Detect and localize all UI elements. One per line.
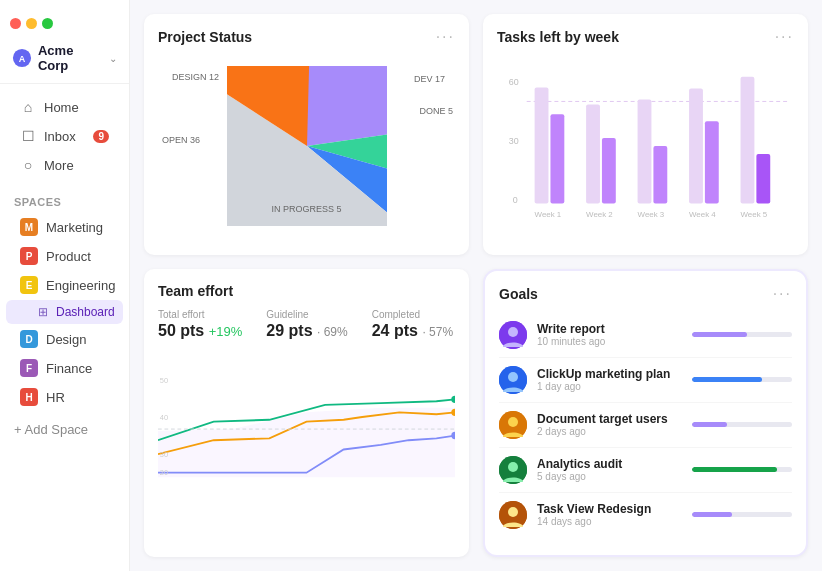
bar — [756, 154, 770, 204]
project-status-card: Project Status ··· DEV 17 DONE 5 — [144, 14, 469, 255]
tasks-week-title: Tasks left by week — [497, 29, 619, 45]
svg-text:A: A — [19, 54, 26, 64]
nav-inbox[interactable]: ☐ Inbox 9 — [6, 122, 123, 150]
stat-completed: Completed 24 pts · 57% — [372, 309, 453, 340]
goal-avatar-document — [499, 411, 527, 439]
goal-item-clickup: ClickUp marketing plan 1 day ago — [499, 358, 792, 403]
goal-name-document: Document target users — [537, 412, 682, 426]
nav-home[interactable]: ⌂ Home — [6, 93, 123, 121]
add-space-button[interactable]: + Add Space — [0, 416, 129, 443]
label-done: DONE 5 — [419, 106, 453, 116]
stat-guideline-label: Guideline — [266, 309, 347, 320]
svg-text:Week 4: Week 4 — [689, 210, 716, 219]
maximize-button[interactable] — [42, 18, 53, 29]
space-design[interactable]: D Design — [6, 325, 123, 353]
line-dot-teal — [451, 395, 455, 402]
bar-chart-svg: 60 30 0 — [497, 56, 794, 236]
goal-item-taskview: Task View Redesign 14 days ago — [499, 493, 792, 537]
stat-total-effort: Total effort 50 pts +19% — [158, 309, 242, 340]
svg-point-29 — [508, 462, 518, 472]
goal-avatar-write-report — [499, 321, 527, 349]
space-label-engineering: Engineering — [46, 278, 115, 293]
workspace-name: Acme Corp — [38, 43, 101, 73]
goal-info-document: Document target users 2 days ago — [537, 412, 682, 437]
pie-chart-container: DEV 17 DONE 5 IN PROGRESS 5 OPEN 36 DESI… — [158, 56, 455, 236]
nav-more[interactable]: ○ More — [6, 151, 123, 179]
sidebar-item-label: Dashboard — [56, 305, 115, 319]
svg-text:Week 1: Week 1 — [535, 210, 562, 219]
sidebar: A Acme Corp ⌄ ⌂ Home ☐ Inbox 9 ○ More Sp… — [0, 0, 130, 571]
stat-completed-value: 24 pts · 57% — [372, 322, 453, 340]
goal-item-analytics: Analytics audit 5 days ago — [499, 448, 792, 493]
close-button[interactable] — [10, 18, 21, 29]
nav-more-label: More — [44, 158, 74, 173]
traffic-lights — [0, 10, 129, 37]
inbox-badge: 9 — [93, 130, 109, 143]
stat-completed-label: Completed — [372, 309, 453, 320]
goal-name-write-report: Write report — [537, 322, 682, 336]
svg-text:Week 2: Week 2 — [586, 210, 613, 219]
space-engineering[interactable]: E Engineering — [6, 271, 123, 299]
bar-chart: 60 30 0 — [497, 56, 794, 236]
goal-info-analytics: Analytics audit 5 days ago — [537, 457, 682, 482]
stat-guideline-extra: · 69% — [317, 325, 348, 339]
sidebar-item-dashboard[interactable]: ⊞ Dashboard — [6, 300, 123, 324]
main-content: Project Status ··· DEV 17 DONE 5 — [130, 0, 822, 571]
svg-point-31 — [508, 507, 518, 517]
space-finance[interactable]: F Finance — [6, 354, 123, 382]
spaces-list: M Marketing P Product E Engineering ⊞ Da… — [0, 212, 129, 412]
goal-bar-write-report — [692, 332, 792, 337]
bar — [653, 146, 667, 203]
svg-text:60: 60 — [509, 77, 519, 87]
main-nav: ⌂ Home ☐ Inbox 9 ○ More — [0, 84, 129, 188]
goal-avatar-clickup — [499, 366, 527, 394]
space-dot-hr: H — [20, 388, 38, 406]
spaces-header: Spaces — [0, 188, 129, 212]
bar — [741, 77, 755, 204]
label-design: DESIGN 12 — [172, 72, 219, 82]
stat-total-label: Total effort — [158, 309, 242, 320]
goal-info-taskview: Task View Redesign 14 days ago — [537, 502, 682, 527]
svg-text:0: 0 — [513, 195, 518, 205]
bar — [535, 88, 549, 204]
minimize-button[interactable] — [26, 18, 37, 29]
space-hr[interactable]: H HR — [6, 383, 123, 411]
space-dot-engineering: E — [20, 276, 38, 294]
tasks-week-menu[interactable]: ··· — [775, 28, 794, 46]
nav-inbox-label: Inbox — [44, 129, 76, 144]
svg-text:30: 30 — [160, 449, 168, 458]
goals-card: Goals ··· Write report 10 minutes ago — [483, 269, 808, 558]
goals-title: Goals — [499, 286, 538, 302]
svg-text:Week 3: Week 3 — [638, 210, 665, 219]
goal-info-write-report: Write report 10 minutes ago — [537, 322, 682, 347]
goal-name-clickup: ClickUp marketing plan — [537, 367, 682, 381]
goal-name-taskview: Task View Redesign — [537, 502, 682, 516]
effort-stats: Total effort 50 pts +19% Guideline 29 pt… — [158, 309, 455, 340]
stat-completed-extra: · 57% — [422, 325, 453, 339]
bar — [586, 104, 600, 203]
stat-guideline: Guideline 29 pts · 69% — [266, 309, 347, 340]
project-status-menu[interactable]: ··· — [436, 28, 455, 46]
svg-point-27 — [508, 417, 518, 427]
goal-time-write-report: 10 minutes ago — [537, 336, 682, 347]
space-product[interactable]: P Product — [6, 242, 123, 270]
bar — [705, 121, 719, 203]
tasks-week-header: Tasks left by week ··· — [497, 28, 794, 46]
goal-time-taskview: 14 days ago — [537, 516, 682, 527]
space-label-design: Design — [46, 332, 86, 347]
stat-total-value: 50 pts +19% — [158, 322, 242, 340]
goal-info-clickup: ClickUp marketing plan 1 day ago — [537, 367, 682, 392]
workspace-selector[interactable]: A Acme Corp ⌄ — [0, 37, 129, 84]
dashboard-grid: Project Status ··· DEV 17 DONE 5 — [130, 0, 822, 571]
goals-header: Goals ··· — [499, 285, 792, 303]
goals-menu[interactable]: ··· — [773, 285, 792, 303]
goal-time-clickup: 1 day ago — [537, 381, 682, 392]
dashboard-icon: ⊞ — [38, 305, 48, 319]
bar — [638, 99, 652, 203]
workspace-chevron: ⌄ — [109, 53, 117, 64]
bar — [550, 114, 564, 203]
goal-item-write-report: Write report 10 minutes ago — [499, 313, 792, 358]
space-marketing[interactable]: M Marketing — [6, 213, 123, 241]
goal-name-analytics: Analytics audit — [537, 457, 682, 471]
goal-bar-document — [692, 422, 792, 427]
